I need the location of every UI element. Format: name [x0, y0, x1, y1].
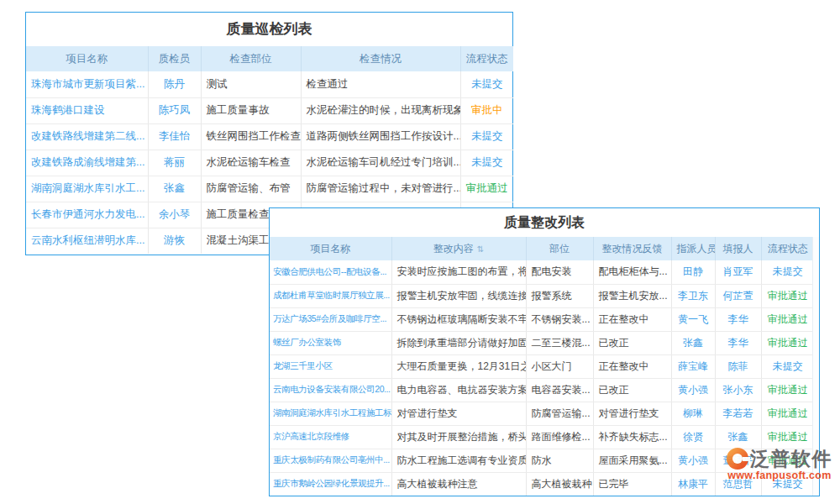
- cell-part: 防腐管运输...: [526, 402, 593, 425]
- cell-feedback: 已完毕: [593, 472, 671, 496]
- cell-reporter[interactable]: 陈菲: [715, 354, 761, 378]
- column-header-status: 流程状态: [460, 46, 513, 71]
- column-header-label: 项目名称: [310, 243, 350, 255]
- cell-assignee[interactable]: 徐贤: [671, 425, 715, 449]
- cell-inspector[interactable]: 陈巧凤: [148, 97, 201, 123]
- cell-assignee[interactable]: 林康平: [671, 472, 715, 496]
- cell-project[interactable]: 珠海市城市更新项目紫...: [26, 71, 148, 97]
- cell-situation: 水泥砼运输车司机经过专门培训...: [301, 150, 460, 176]
- watermark-brand: 泛普软件: [750, 447, 832, 470]
- header-row: 项目名称质检员检查部位检查情况流程状态: [26, 46, 513, 71]
- column-header-project: 项目名称: [270, 237, 391, 260]
- cell-assignee[interactable]: 黄小强: [671, 378, 715, 402]
- table-row: 京沪高速北京段维修对其及时开展整治措施，桥头...路面维修检...补齐缺失标志.…: [270, 425, 814, 449]
- cell-project[interactable]: 湖南洞庭湖水库引水工程施工标: [270, 402, 391, 425]
- column-header-label: 整改情况反馈: [602, 243, 663, 255]
- cell-project[interactable]: 重庆市鹅岭公园绿化景观提升...: [270, 472, 391, 496]
- cell-inspector[interactable]: 蒋丽: [148, 150, 201, 176]
- cell-status: 审批通过: [761, 307, 814, 331]
- table-row: 湖南洞庭湖水库引水工程施工标对管进行垫支防腐管运输...对管进行垫支柳琳李若若审…: [270, 402, 814, 425]
- cell-project[interactable]: 螺丝厂办公室装饰: [270, 331, 391, 354]
- cell-assignee[interactable]: 薛宝峰: [671, 354, 715, 378]
- cell-status: 审批通过: [761, 402, 814, 425]
- cell-reporter[interactable]: 肖亚军: [715, 260, 761, 284]
- cell-assignee[interactable]: 黄小强: [671, 449, 715, 472]
- cell-project[interactable]: 成都杜甫草堂临时展厅独立展...: [270, 284, 391, 307]
- cell-reporter[interactable]: 张鑫: [715, 425, 761, 449]
- cell-reporter[interactable]: 李若若: [715, 402, 761, 425]
- cell-content: 对管进行垫支: [391, 402, 526, 425]
- header-row: 项目名称整改内容⇅部位整改情况反馈指派人员填报人流程状态: [270, 237, 814, 260]
- cell-inspector[interactable]: 张鑫: [148, 176, 201, 202]
- cell-assignee[interactable]: 田静: [671, 260, 715, 284]
- fanpu-watermark: 泛普软件 www.fanpusoft.com: [719, 447, 840, 481]
- cell-inspector[interactable]: 李佳怡: [148, 123, 201, 150]
- column-header-feedback: 整改情况反馈: [593, 237, 671, 260]
- cell-status: 未提交: [761, 260, 814, 284]
- cell-inspector[interactable]: 余小琴: [148, 202, 201, 228]
- sort-icon[interactable]: ⇅: [477, 244, 484, 254]
- cell-situation: 道路两侧铁丝网围挡工作按设计...: [301, 123, 460, 150]
- cell-project[interactable]: 万达广场35#会所及咖啡厅空...: [270, 307, 391, 331]
- cell-status: 审批通过: [761, 284, 814, 307]
- column-header-label: 指派人员: [677, 243, 716, 255]
- table-row: 珠海鹤港口建设陈巧凤施工质量事故水泥砼灌注的时候，出现离析现象审批中: [26, 97, 513, 123]
- watermark-url: www.fanpusoft.com: [719, 470, 840, 481]
- cell-project[interactable]: 云南电力设备安装有限公司20...: [270, 378, 391, 402]
- table-row: 云南电力设备安装有限公司20...电力电容器、电抗器安装方案,...电容器安装.…: [270, 378, 814, 402]
- cell-reporter[interactable]: 李华: [715, 307, 761, 331]
- cell-reporter[interactable]: 张小东: [715, 378, 761, 402]
- cell-situation: 防腐管运输过程中，未对管进行...: [301, 176, 460, 202]
- cell-project[interactable]: 云南水利枢纽潜明水库...: [26, 228, 148, 254]
- cell-project[interactable]: 改建铁路成渝线增建第...: [26, 150, 148, 176]
- cell-status: 审批通过: [460, 176, 513, 202]
- cell-status: 未提交: [460, 71, 513, 97]
- cell-reporter[interactable]: 李华: [715, 331, 761, 354]
- cell-content: 拆除到承重墙部分请做好加固...: [391, 331, 526, 354]
- cell-project[interactable]: 改建铁路线增建第二线...: [26, 123, 148, 150]
- column-header-project: 项目名称: [26, 46, 148, 71]
- column-header-label: 整改内容: [433, 243, 474, 255]
- cell-feedback: 报警主机安放...: [593, 284, 671, 307]
- cell-status: 审批通过: [761, 378, 814, 402]
- column-header-label: 质检员: [159, 53, 191, 65]
- cell-project[interactable]: 京沪高速北京段维修: [270, 425, 391, 449]
- cell-status: 未提交: [460, 123, 513, 150]
- cell-part: 铁丝网围挡工作检查: [201, 123, 301, 150]
- cell-project[interactable]: 重庆太极制药有限公司亳州中...: [270, 449, 391, 472]
- table-row: 成都杜甫草堂临时展厅独立展...报警主机安放牢固，线缆连接...报警系统报警主机…: [270, 284, 814, 307]
- page: 质量巡检列表 项目名称质检员检查部位检查情况流程状态珠海市城市更新项目紫...陈…: [0, 0, 840, 504]
- column-header-inspector: 质检员: [148, 46, 201, 71]
- cell-project[interactable]: 长春市伊通河水力发电...: [26, 202, 148, 228]
- cell-assignee[interactable]: 柳琳: [671, 402, 715, 425]
- cell-inspector[interactable]: 陈丹: [148, 71, 201, 97]
- column-header-label: 检查部位: [230, 53, 272, 65]
- cell-part: 高大植被栽种: [526, 472, 593, 496]
- table-row: 螺丝厂办公室装饰拆除到承重墙部分请做好加固...二至三楼混...已改正张鑫李华审…: [270, 331, 814, 354]
- column-header-label: 检查情况: [360, 53, 402, 65]
- table-row: 改建铁路成渝线增建第...蒋丽水泥砼运输车检查水泥砼运输车司机经过专门培训...…: [26, 150, 513, 176]
- cell-part: 防腐管运输、布管: [201, 176, 301, 202]
- cell-feedback: 补齐缺失标志...: [593, 425, 671, 449]
- cell-assignee[interactable]: 黄一飞: [671, 307, 715, 331]
- cell-assignee[interactable]: 张鑫: [671, 331, 715, 354]
- cell-project[interactable]: 安徽合肥供电公司--配电设备...: [270, 260, 391, 284]
- cell-inspector[interactable]: 游恢: [148, 228, 201, 254]
- cell-project[interactable]: 龙湖三千里小区: [270, 354, 391, 378]
- cell-assignee[interactable]: 李卫东: [671, 284, 715, 307]
- cell-feedback: 已改正: [593, 378, 671, 402]
- cell-project[interactable]: 湖南洞庭湖水库引水工...: [26, 176, 148, 202]
- cell-content: 安装时应按施工图的布置，将...: [391, 260, 526, 284]
- cell-part: 施工质量事故: [201, 97, 301, 123]
- cell-reporter[interactable]: 何芷萱: [715, 284, 761, 307]
- cell-status: 未提交: [460, 150, 513, 176]
- column-header-label: 流程状态: [768, 243, 808, 255]
- column-header-label: 项目名称: [66, 53, 108, 65]
- column-header-label: 部位: [549, 243, 570, 255]
- cell-feedback: 正在整改中: [593, 307, 671, 331]
- column-header-content[interactable]: 整改内容⇅: [391, 237, 526, 260]
- column-header-label: 流程状态: [466, 53, 508, 65]
- cell-project[interactable]: 珠海鹤港口建设: [26, 97, 148, 123]
- column-header-assignee: 指派人员: [671, 237, 715, 260]
- rectification-table-title: 质量整改列表: [270, 208, 819, 237]
